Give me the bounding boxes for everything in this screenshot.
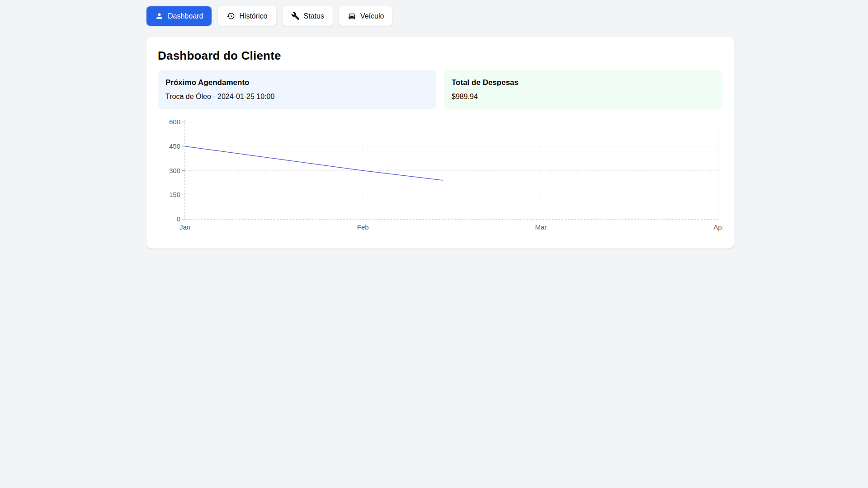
svg-text:150: 150 — [169, 191, 180, 198]
svg-text:Feb: Feb — [357, 223, 369, 231]
nav-button-veiculo[interactable]: Veículo — [339, 6, 392, 26]
page-title: Dashboard do Cliente — [158, 49, 722, 62]
next-appointment-card: Próximo Agendamento Troca de Óleo - 2024… — [158, 70, 436, 109]
total-expenses-title: Total de Despesas — [452, 78, 715, 87]
nav-button-dashboard[interactable]: Dashboard — [146, 6, 212, 26]
expenses-line-chart: 0150300450600JanFebMarApr — [158, 116, 722, 238]
svg-text:450: 450 — [169, 142, 180, 150]
total-expenses-value: $989.94 — [452, 92, 715, 101]
dashboard-panel: Dashboard do Cliente Próximo Agendamento… — [146, 37, 734, 249]
expenses-chart-container: 0150300450600JanFebMarApr — [158, 116, 722, 238]
nav-label: Status — [304, 12, 324, 20]
total-expenses-card: Total de Despesas $989.94 — [444, 70, 722, 109]
tools-icon — [291, 12, 300, 20]
next-appointment-title: Próximo Agendamento — [165, 78, 429, 87]
nav-label: Dashboard — [168, 12, 203, 20]
nav-button-status[interactable]: Status — [283, 6, 333, 26]
nav-label: Histórico — [239, 12, 267, 20]
svg-text:Mar: Mar — [535, 223, 547, 231]
next-appointment-value: Troca de Óleo - 2024-01-25 10:00 — [165, 92, 429, 101]
nav-label: Veículo — [360, 12, 384, 20]
svg-text:Jan: Jan — [179, 223, 190, 231]
svg-text:600: 600 — [169, 118, 180, 126]
summary-cards-row: Próximo Agendamento Troca de Óleo - 2024… — [158, 70, 722, 109]
car-icon — [348, 12, 356, 20]
svg-text:0: 0 — [177, 215, 180, 223]
nav-button-historico[interactable]: Histórico — [218, 6, 276, 26]
person-icon — [155, 12, 164, 20]
svg-text:300: 300 — [169, 167, 180, 174]
history-icon — [226, 12, 235, 20]
svg-text:Apr: Apr — [713, 223, 722, 231]
top-nav: Dashboard Histórico Status Veículo — [146, 6, 392, 26]
